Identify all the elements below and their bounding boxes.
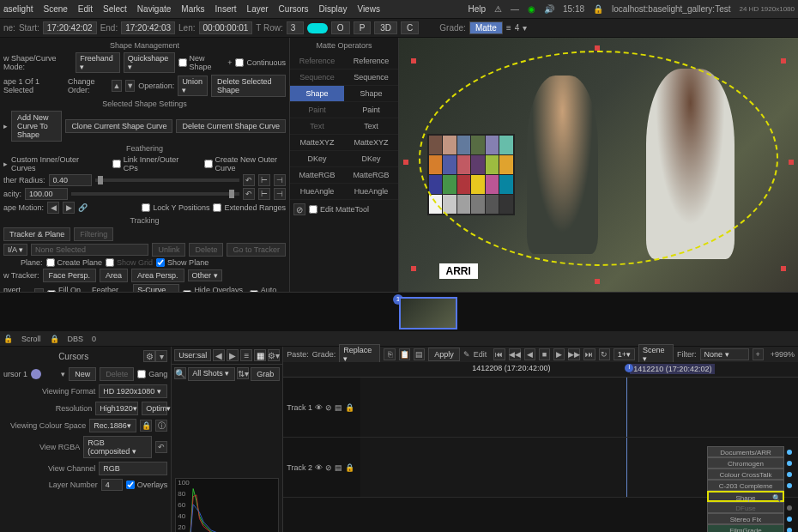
show-grid-checkbox[interactable]: Show Grid [106,258,153,267]
stack-chromogen[interactable]: Chromogen [707,457,784,469]
kf-next-icon[interactable]: ⊣ [274,174,286,186]
len-field[interactable]: 00:00:00:01 [199,21,253,34]
timeline-ruler[interactable]: 1412208 (17:20:42:00) 1412210 (17:20:42:… [283,362,798,378]
gear-icon[interactable]: ⚙▾ [268,349,280,361]
goto-start-icon[interactable]: ⏮ [493,348,505,360]
create-plane-checkbox[interactable]: Create Plane [46,258,103,267]
view-rgba-select[interactable]: RGB (composited ▾ [83,436,152,458]
menu-views[interactable]: Views [357,4,380,14]
stack-dfuse[interactable]: DFuse [707,502,784,513]
layer-number-input[interactable] [101,479,123,491]
start-field[interactable]: 17:20:42:02 [43,21,97,34]
kf-prev-icon[interactable]: ⊢ [258,188,270,200]
stack-shape[interactable]: Shape🔍 [707,491,784,502]
other-select[interactable]: Other ▾ [188,269,222,281]
matte-left-shape[interactable]: Shape [290,86,344,102]
stack-crosstalk[interactable]: Colour CrossTalk [707,469,784,480]
step-back-icon[interactable]: ◀◀ [509,348,521,360]
layers-icon[interactable]: ▤ [335,403,342,412]
delete-tracker-button[interactable]: Delete [189,243,223,257]
matte-right-mattergb[interactable]: MatteRGB [344,167,398,184]
filtering-tab[interactable]: Filtering [74,227,113,241]
move-down-icon[interactable]: ▼ [125,80,136,92]
matte-left-sequence[interactable]: Sequence [290,70,344,86]
radius-input[interactable] [49,174,92,186]
matte-button[interactable]: Matte [469,21,503,34]
shape-overlay-ellipse[interactable] [419,51,778,267]
goto-tracker-button[interactable]: Go to Tracker [227,243,286,257]
filter-select[interactable]: None ▾ [700,348,749,360]
area-button[interactable]: Area [100,269,128,282]
view-channel-select[interactable]: RGB [99,462,167,475]
matte-left-reference[interactable]: Reference [290,53,344,70]
p-button[interactable]: P [354,21,372,34]
lock-icon[interactable]: 🔒 [345,463,354,472]
filter-icon[interactable]: ⇅▾ [237,367,249,379]
control-point[interactable] [595,279,600,284]
toggle-switch[interactable] [307,23,328,33]
control-point[interactable] [781,58,786,63]
settings-icon[interactable]: ⚙ [143,350,155,362]
link-icon[interactable]: 🔗 [78,203,88,212]
move-up-icon[interactable]: ▲ [112,80,122,92]
delete-cursor-button[interactable]: Delete [100,367,134,381]
volume-icon[interactable]: 🔊 [544,4,554,14]
plus-icon[interactable]: + [753,348,764,360]
edit-icon[interactable]: ✎ [463,350,470,359]
layers-icon[interactable]: ▤ [335,463,342,472]
cursor-color-icon[interactable] [31,369,41,379]
union-select[interactable]: Union ▾ [178,76,208,96]
stack-filmgrade[interactable]: FilmGrade [707,524,784,532]
control-point[interactable] [411,58,416,63]
play-back-icon[interactable]: ◀ [524,348,535,360]
undo-icon[interactable]: ↶ [243,188,255,200]
stack-compleme[interactable]: C-203 Compleme [707,480,784,491]
freehand-select[interactable]: Freehand ▾ [76,52,120,73]
auto-loupe-checkbox[interactable]: Auto Loupe [250,286,286,292]
layers-icon[interactable]: ▤ [414,348,425,360]
face-persp-button[interactable]: Face Persp. [43,269,97,282]
lock-icon[interactable]: 🔒 [345,403,354,412]
menu-baselight[interactable]: aselight [3,4,33,14]
goto-end-icon[interactable]: ⏭ [583,348,595,360]
overlays-checkbox[interactable]: Overlays [126,481,168,489]
matte-right-paint[interactable]: Paint [344,102,398,118]
area-persp-button[interactable]: Area Persp. [131,269,184,282]
stripes-icon[interactable]: ≡ [506,23,511,33]
chevron-down-icon[interactable]: ▾ [61,370,65,378]
new-cursor-button[interactable]: New [69,367,96,381]
fill-empty-checkbox[interactable]: Fill On Empty [47,286,88,292]
matte-left-mattexyz[interactable]: MatteXYZ [290,135,344,151]
lock-icon[interactable]: 🔒 [140,420,152,432]
menu-scene[interactable]: Scene [43,4,67,14]
list-icon[interactable]: ≡ [240,349,252,361]
kf-prev-icon[interactable]: ⊢ [258,174,270,186]
lock-y-checkbox[interactable]: Lock Y Positions [142,203,209,212]
matte-right-shape[interactable]: Shape [344,86,398,102]
control-point[interactable] [595,45,600,51]
loop-icon[interactable]: ↻ [599,348,610,360]
hide-overlays-checkbox[interactable]: Hide Overlays On Edit [183,286,245,292]
radius-slider[interactable] [95,178,239,182]
next-icon[interactable]: ▶ [227,349,239,361]
menu-select[interactable]: Select [103,4,127,14]
step-fwd-icon[interactable]: ▶▶ [568,348,580,360]
kf-next-icon[interactable]: ⊣ [274,188,286,200]
delete-shape-button[interactable]: Delete Selected Shape [211,75,286,97]
mute-icon[interactable]: ⊘ [325,403,332,412]
matte-right-hueangle[interactable]: HueAngle [344,184,398,200]
3d-button[interactable]: 3D [374,21,397,34]
matte-right-sequence[interactable]: Sequence [344,70,398,86]
o-button[interactable]: O [331,21,350,34]
tracker-plane-tab[interactable]: Tracker & Plane [3,227,70,241]
thumbnail[interactable] [399,297,457,329]
motion-prev-icon[interactable]: ◀ [47,202,59,214]
plus-icon[interactable]: + [227,58,232,67]
na-select[interactable]: I/A ▾ [3,244,27,256]
control-point[interactable] [781,266,786,271]
menu-marks[interactable]: Marks [181,4,204,14]
warning-icon[interactable]: ⚠ [494,4,502,14]
cancel-icon[interactable]: ⊘ [293,203,305,215]
control-point[interactable] [403,160,408,165]
eye-icon[interactable]: 👁 [315,463,323,472]
